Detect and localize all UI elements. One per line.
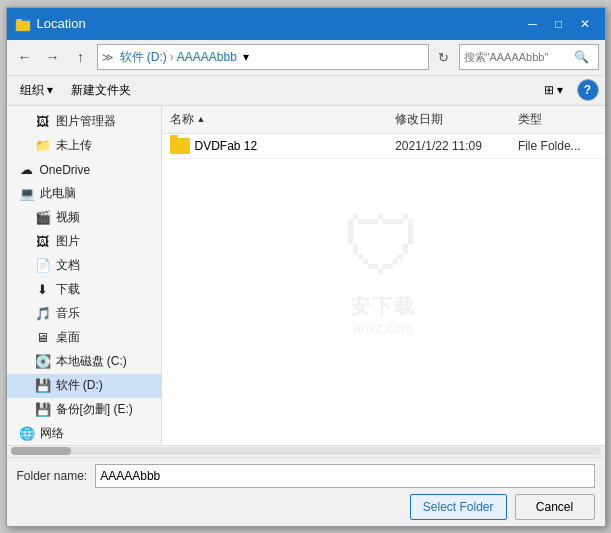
up-button[interactable]: ↑ (69, 45, 93, 69)
sidebar-item-icon: 📄 (35, 258, 51, 274)
sidebar-item[interactable]: 💾 备份[勿删] (E:) (7, 398, 161, 422)
help-button[interactable]: ? (577, 79, 599, 101)
sidebar-item-label: 此电脑 (40, 185, 76, 202)
address-crumb-folder[interactable]: AAAAAbbb (175, 50, 239, 64)
sidebar-item[interactable]: ☁ OneDrive (7, 158, 161, 182)
sidebar-item-label: 下载 (56, 281, 80, 298)
address-dropdown-icon[interactable]: ▾ (243, 50, 249, 64)
sidebar-item-label: OneDrive (40, 163, 91, 177)
address-toolbar: ← → ↑ ≫ 软件 (D:) › AAAAAbbb ▾ ↻ 🔍 (7, 40, 605, 76)
column-name-label: 名称 (170, 111, 194, 128)
scrollbar-thumb[interactable] (11, 447, 71, 455)
sidebar-item-icon: 🖥 (35, 330, 51, 346)
sidebar-item-icon: 💾 (35, 378, 51, 394)
refresh-button[interactable]: ↻ (433, 44, 455, 70)
folder-icon (170, 138, 190, 154)
sidebar-item-label: 图片管理器 (56, 113, 116, 130)
folder-name-row: Folder name: (17, 464, 595, 488)
watermark: 🛡 安下载 anxz.com (343, 201, 423, 336)
sidebar-item[interactable]: 💾 软件 (D:) (7, 374, 161, 398)
sidebar-item-label: 图片 (56, 233, 80, 250)
sidebar-item[interactable]: 🎬 视频 (7, 206, 161, 230)
forward-button[interactable]: → (41, 45, 65, 69)
sidebar-item[interactable]: 📄 文档 (7, 254, 161, 278)
buttons-row: Select Folder Cancel (17, 494, 595, 520)
minimize-button[interactable]: ─ (521, 12, 545, 36)
sidebar-item-icon: 💻 (19, 186, 35, 202)
bottom-bar: Folder name: Select Folder Cancel (7, 457, 605, 526)
sidebar-item-icon: ⬇ (35, 282, 51, 298)
sidebar-item-icon: 🎬 (35, 210, 51, 226)
sidebar-item[interactable]: 🖼 图片管理器 (7, 110, 161, 134)
table-row[interactable]: DVDFab 12 2021/1/22 11:09 File Folde... (162, 134, 605, 159)
sidebar-item-icon: 🖼 (35, 114, 51, 130)
column-name[interactable]: 名称 ▲ (162, 109, 388, 130)
file-col-date: 2021/1/22 11:09 (387, 137, 510, 155)
title-bar-icon (15, 16, 31, 32)
sidebar-item[interactable]: 💻 此电脑 (7, 182, 161, 206)
column-type-label: 类型 (518, 112, 542, 126)
watermark-text: 安下载 (350, 293, 416, 320)
view-button[interactable]: ⊞ ▾ (539, 79, 568, 101)
file-area: 🛡 安下载 anxz.com 名称 ▲ 修改日期 类型 (162, 106, 605, 445)
search-button[interactable]: 🔍 (574, 50, 589, 64)
sidebar-item[interactable]: 📁 未上传 (7, 134, 161, 158)
sidebar-item-icon: 💾 (35, 402, 51, 418)
column-type[interactable]: 类型 (510, 109, 605, 130)
search-bar[interactable]: 🔍 (459, 44, 599, 70)
file-col-type: File Folde... (510, 137, 605, 155)
folder-name-input[interactable] (95, 464, 594, 488)
sidebar-item[interactable]: ⬇ 下载 (7, 278, 161, 302)
column-date[interactable]: 修改日期 (387, 109, 510, 130)
select-folder-button[interactable]: Select Folder (410, 494, 507, 520)
sidebar-item-icon: 🌐 (19, 426, 35, 442)
dialog-window: Location ─ □ ✕ ← → ↑ ≫ 软件 (D:) › AAAAAbb… (6, 7, 606, 527)
sidebar-item[interactable]: 🌐 网络 (7, 422, 161, 445)
back-button[interactable]: ← (13, 45, 37, 69)
sidebar-item-label: 音乐 (56, 305, 80, 322)
sidebar-item-label: 视频 (56, 209, 80, 226)
sidebar-item[interactable]: 🖼 图片 (7, 230, 161, 254)
column-date-label: 修改日期 (395, 112, 443, 126)
sidebar: 🖼 图片管理器 📁 未上传 ☁ OneDrive 💻 此电脑 🎬 视频 🖼 图片… (7, 106, 162, 445)
sort-arrow-icon: ▲ (197, 114, 206, 124)
sidebar-item[interactable]: 💽 本地磁盘 (C:) (7, 350, 161, 374)
sidebar-item[interactable]: 🎵 音乐 (7, 302, 161, 326)
dialog-title: Location (37, 16, 521, 31)
sidebar-item-label: 备份[勿删] (E:) (56, 401, 133, 418)
sidebar-item-label: 本地磁盘 (C:) (56, 353, 127, 370)
horizontal-scrollbar[interactable] (7, 445, 605, 457)
address-crumb-drive[interactable]: 软件 (D:) (118, 49, 169, 66)
watermark-url: anxz.com (353, 320, 413, 336)
sidebar-item-label: 网络 (40, 425, 64, 442)
scrollbar-track (11, 447, 601, 455)
sidebar-item-label: 未上传 (56, 137, 92, 154)
maximize-button[interactable]: □ (547, 12, 571, 36)
folder-name-label: Folder name: (17, 469, 88, 483)
watermark-shield-icon: 🛡 (343, 201, 423, 293)
title-bar: Location ─ □ ✕ (7, 8, 605, 40)
close-button[interactable]: ✕ (573, 12, 597, 36)
sidebar-item-label: 桌面 (56, 329, 80, 346)
address-separator: › (170, 50, 174, 64)
sidebar-item-icon: 🎵 (35, 306, 51, 322)
sidebar-item-label: 软件 (D:) (56, 377, 103, 394)
main-content: 🖼 图片管理器 📁 未上传 ☁ OneDrive 💻 此电脑 🎬 视频 🖼 图片… (7, 106, 605, 445)
svg-rect-1 (16, 19, 22, 22)
title-controls: ─ □ ✕ (521, 12, 597, 36)
sidebar-item-icon: 🖼 (35, 234, 51, 250)
sidebar-item-icon: 📁 (35, 138, 51, 154)
new-folder-button[interactable]: 新建文件夹 (64, 79, 138, 101)
file-list-header: 名称 ▲ 修改日期 类型 (162, 106, 605, 134)
sidebar-item-icon: ☁ (19, 162, 35, 178)
organize-button[interactable]: 组织 ▾ (13, 79, 60, 101)
address-chevrons-icon: ≫ (102, 51, 114, 64)
sidebar-item-icon: 💽 (35, 354, 51, 370)
file-name-label: DVDFab 12 (195, 139, 258, 153)
sidebar-item[interactable]: 🖥 桌面 (7, 326, 161, 350)
svg-rect-0 (16, 21, 30, 31)
address-bar[interactable]: ≫ 软件 (D:) › AAAAAbbb ▾ (97, 44, 429, 70)
search-input[interactable] (464, 51, 574, 63)
sidebar-item-label: 文档 (56, 257, 80, 274)
cancel-button[interactable]: Cancel (515, 494, 595, 520)
